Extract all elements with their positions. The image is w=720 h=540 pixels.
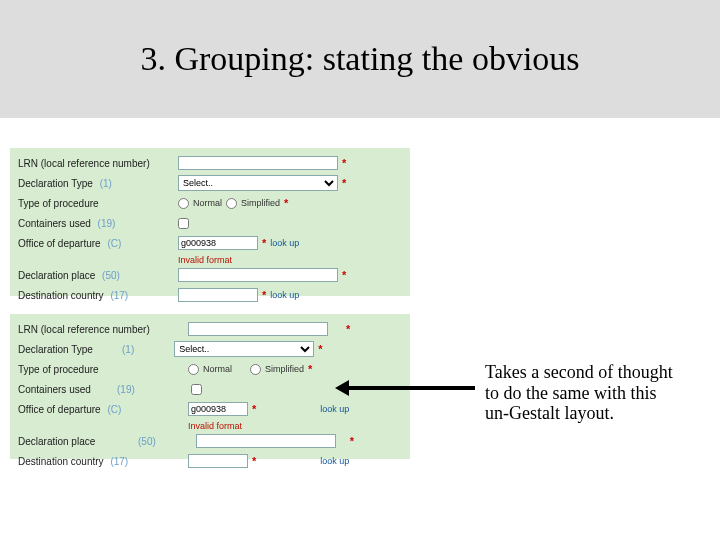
required-marker: * xyxy=(252,403,256,415)
label-proc-type: Type of procedure xyxy=(18,364,128,375)
label-containers: Containers used (19) xyxy=(18,218,178,229)
containers-checkbox[interactable] xyxy=(191,384,202,395)
label-lrn: LRN (local reference number) xyxy=(18,324,188,335)
proc-simplified-radio[interactable] xyxy=(226,198,237,209)
suffix-office-dep: (C) xyxy=(107,238,121,249)
label-decl-place: Declaration place xyxy=(18,436,118,447)
suffix-dest-country: (17) xyxy=(110,290,128,301)
required-marker: * xyxy=(252,455,256,467)
proc-normal-radio[interactable] xyxy=(188,364,199,375)
suffix-dest-country: (17) xyxy=(110,456,128,467)
radio-label-normal: Normal xyxy=(193,198,222,208)
required-marker: * xyxy=(346,323,350,335)
office-dep-input[interactable] xyxy=(178,236,258,250)
suffix-decl-place: (50) xyxy=(138,436,156,447)
required-marker: * xyxy=(308,363,312,375)
required-marker: * xyxy=(350,435,354,447)
label-decl-type: Declaration Type (1) xyxy=(18,178,178,189)
slide-title: 3. Grouping: stating the obvious xyxy=(140,40,579,78)
required-marker: * xyxy=(318,343,322,355)
required-marker: * xyxy=(262,237,266,249)
radio-label-simplified: Simplified xyxy=(241,198,280,208)
lookup-link[interactable]: look up xyxy=(270,238,299,248)
label-proc-type: Type of procedure xyxy=(18,198,178,209)
error-invalid-format: Invalid format xyxy=(188,420,402,432)
radio-label-simplified: Simplified xyxy=(265,364,304,374)
arrow-shaft xyxy=(347,386,475,390)
containers-checkbox[interactable] xyxy=(178,218,189,229)
lrn-input[interactable] xyxy=(178,156,338,170)
arrow-head-icon xyxy=(335,380,349,396)
lrn-input[interactable] xyxy=(188,322,328,336)
label-office-dep: Office of departure (C) xyxy=(18,238,178,249)
lookup-link[interactable]: look up xyxy=(270,290,299,300)
dest-country-input[interactable] xyxy=(178,288,258,302)
suffix-office-dep: (C) xyxy=(107,404,121,415)
decl-place-input[interactable] xyxy=(178,268,338,282)
office-dep-input[interactable] xyxy=(188,402,248,416)
label-lrn: LRN (local reference number) xyxy=(18,158,178,169)
proc-normal-radio[interactable] xyxy=(178,198,189,209)
suffix-decl-type: (1) xyxy=(122,344,134,355)
error-invalid-format: Invalid format xyxy=(178,254,402,266)
lookup-link[interactable]: look up xyxy=(320,404,349,414)
label-dest-country: Destination country (17) xyxy=(18,456,148,467)
dest-country-input[interactable] xyxy=(188,454,248,468)
required-marker: * xyxy=(262,289,266,301)
suffix-containers: (19) xyxy=(98,218,116,229)
required-marker: * xyxy=(342,269,346,281)
decl-type-select[interactable]: Select.. xyxy=(174,341,314,357)
suffix-decl-place: (50) xyxy=(102,270,120,281)
lookup-link[interactable]: look up xyxy=(320,456,349,466)
decl-place-input[interactable] xyxy=(196,434,336,448)
suffix-containers: (19) xyxy=(117,384,135,395)
suffix-decl-type: (1) xyxy=(100,178,112,189)
form-grouped: LRN (local reference number) * Declarati… xyxy=(10,148,410,296)
required-marker: * xyxy=(342,177,346,189)
radio-label-normal: Normal xyxy=(203,364,232,374)
label-decl-place: Declaration place (50) xyxy=(18,270,178,281)
decl-type-select[interactable]: Select.. xyxy=(178,175,338,191)
title-band: 3. Grouping: stating the obvious xyxy=(0,0,720,118)
annotation-arrow xyxy=(335,378,480,398)
proc-simplified-radio[interactable] xyxy=(250,364,261,375)
label-containers: Containers used xyxy=(18,384,113,395)
required-marker: * xyxy=(342,157,346,169)
label-decl-type: Declaration Type xyxy=(18,344,118,355)
label-office-dep: Office of departure (C) xyxy=(18,404,133,415)
required-marker: * xyxy=(284,197,288,209)
label-dest-country: Destination country (17) xyxy=(18,290,178,301)
caption-text: Takes a second of thought to do the same… xyxy=(485,362,675,424)
